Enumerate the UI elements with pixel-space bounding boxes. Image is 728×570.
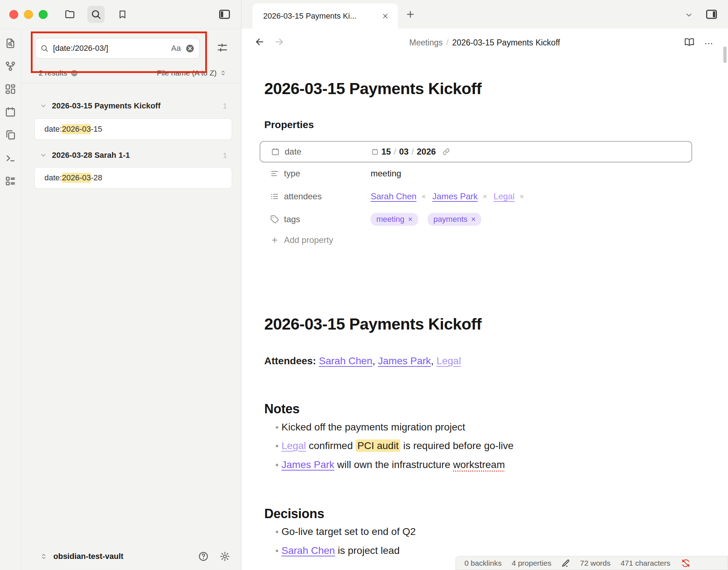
help-icon[interactable] — [198, 551, 209, 562]
bullet-dot — [276, 550, 278, 552]
search-icon[interactable] — [90, 9, 102, 20]
note-link-unresolved[interactable]: Legal — [281, 440, 306, 451]
terminal-icon[interactable] — [5, 152, 16, 164]
result-file-title[interactable]: 2026-03-15 Payments Kickoff — [52, 101, 160, 111]
date-month[interactable]: 03 — [399, 147, 409, 157]
attendee-link[interactable]: James Park — [378, 355, 431, 366]
attendee-link-unresolved[interactable]: Legal — [437, 355, 461, 366]
zoom-window-button[interactable] — [39, 10, 48, 19]
remove-attendee-icon[interactable]: × — [520, 192, 524, 201]
match-case-toggle[interactable]: Aa — [171, 44, 181, 53]
close-window-button[interactable] — [9, 10, 18, 19]
search-input[interactable]: [date:/2026-03/] Aa — [35, 38, 200, 59]
attendee-link[interactable]: Sarah Chen — [319, 355, 372, 366]
minimize-window-button[interactable] — [24, 10, 33, 19]
workspaces-layout-icon[interactable] — [5, 175, 16, 187]
graph-view-icon[interactable] — [5, 60, 16, 72]
breadcrumb-current[interactable]: 2026-03-15 Payments Kickoff — [452, 38, 560, 47]
tag-pill-label: payments — [433, 215, 467, 224]
bookmark-icon[interactable] — [117, 9, 128, 20]
canvas-icon[interactable] — [5, 83, 16, 95]
remove-tag-icon[interactable]: × — [408, 215, 413, 224]
results-ellipsis-badge-icon[interactable] — [71, 69, 78, 77]
attendees-label: Attendees: — [264, 355, 316, 366]
breadcrumb-parent[interactable]: Meetings — [409, 38, 443, 47]
property-label[interactable]: tags — [284, 214, 300, 224]
panel-left-toggle-icon[interactable] — [218, 8, 231, 21]
property-row-type[interactable]: type meeting — [260, 164, 692, 184]
tag-pill[interactable]: meeting× — [371, 213, 418, 226]
body-heading: 2026-03-15 Payments Kickoff — [264, 315, 482, 333]
match-text-highlight: 2026-03 — [62, 124, 91, 134]
tab-active[interactable]: 2026-03-15 Payments Ki... — [252, 4, 398, 29]
breadcrumb-separator: / — [443, 38, 452, 47]
search-settings-icon[interactable] — [216, 42, 228, 54]
date-year[interactable]: 2026 — [417, 147, 436, 157]
properties-heading[interactable]: Properties — [264, 119, 314, 131]
note-content: 2026-03-15 Payments Kickoff Properties d… — [241, 56, 728, 570]
settings-gear-icon[interactable] — [220, 551, 230, 562]
sidebar-main-divider[interactable] — [241, 0, 241, 570]
property-row-date[interactable]: date 15/03/2026 — [260, 141, 692, 162]
list-item: Kicked off the payments migration projec… — [276, 422, 465, 433]
more-options-icon[interactable] — [704, 39, 714, 49]
search-in-files-icon[interactable] — [5, 38, 16, 49]
tab-title[interactable]: 2026-03-15 Payments Ki... — [263, 11, 356, 21]
bullet-dot — [276, 445, 278, 447]
tab-list-chevron-icon[interactable] — [685, 11, 693, 19]
search-match-item[interactable]: date: 2026-03-28 — [34, 167, 232, 189]
word-count: 72 words — [580, 559, 611, 567]
attendee-link[interactable]: Sarah Chen — [371, 191, 416, 201]
edit-mode-pencil-icon[interactable] — [561, 559, 570, 567]
result-group-header[interactable]: 2026-03-15 Payments Kickoff 1 — [21, 97, 241, 115]
section-heading-notes: Notes — [264, 401, 300, 416]
result-group-header[interactable]: 2026-03-28 Sarah 1-1 1 — [21, 147, 241, 164]
property-row-attendees[interactable]: attendees Sarah Chen× James Park× Legal× — [260, 186, 692, 206]
result-match-count: 1 — [223, 151, 227, 160]
attendee-link-unresolved[interactable]: Legal — [493, 191, 515, 201]
property-row-tags[interactable]: tags meeting× payments× — [260, 209, 692, 229]
add-property-button[interactable]: Add property — [270, 235, 333, 245]
tag-pill[interactable]: payments× — [428, 213, 481, 226]
note-link[interactable]: Sarah Chen — [281, 545, 335, 556]
clear-search-icon[interactable] — [185, 44, 195, 53]
chevron-down-icon[interactable] — [40, 152, 47, 159]
daily-note-calendar-icon[interactable] — [5, 106, 16, 118]
search-query-text[interactable]: [date:/2026-03/] — [53, 44, 167, 53]
chevrons-up-down-icon — [40, 552, 48, 560]
bullet-text: Go-live target set to end of Q2 — [281, 526, 416, 537]
link-icon[interactable] — [442, 148, 450, 156]
folder-icon[interactable] — [64, 9, 76, 20]
search-match-item[interactable]: date: 2026-03-15 — [34, 118, 232, 140]
sync-error-icon[interactable] — [681, 559, 690, 568]
remove-attendee-icon[interactable]: × — [421, 192, 426, 201]
inline-title[interactable]: 2026-03-15 Payments Kickoff — [264, 79, 482, 98]
vault-name[interactable]: obsidian-test-vault — [53, 552, 124, 561]
date-separator: / — [394, 147, 396, 157]
results-count[interactable]: 2 results — [39, 69, 67, 77]
tab-close-icon[interactable] — [381, 12, 389, 20]
vault-switcher[interactable]: obsidian-test-vault — [21, 547, 241, 566]
result-file-title[interactable]: 2026-03-28 Sarah 1-1 — [52, 151, 130, 160]
date-value[interactable]: 15/03/2026 — [371, 147, 450, 157]
chevron-down-icon[interactable] — [40, 102, 47, 109]
note-link[interactable]: James Park — [281, 459, 334, 470]
property-label[interactable]: date — [285, 147, 302, 157]
chevrons-up-down-icon[interactable] — [220, 69, 227, 77]
attendee-link[interactable]: James Park — [432, 191, 478, 201]
sort-order-label[interactable]: File name (A to Z) — [157, 69, 217, 77]
reading-mode-book-icon[interactable] — [684, 36, 695, 47]
type-value[interactable]: meeting — [371, 169, 401, 179]
comma: , — [431, 355, 437, 366]
misspelled-word: workstream — [453, 459, 505, 470]
new-tab-icon[interactable] — [405, 9, 416, 20]
templates-copy-icon[interactable] — [5, 129, 16, 141]
remove-tag-icon[interactable]: × — [471, 215, 476, 224]
property-label[interactable]: type — [284, 169, 300, 179]
remove-attendee-icon[interactable]: × — [483, 192, 487, 201]
search-divider — [21, 83, 241, 83]
plus-icon — [270, 236, 279, 244]
date-day[interactable]: 15 — [381, 147, 391, 157]
property-label[interactable]: attendees — [284, 191, 322, 201]
panel-right-toggle-icon[interactable] — [705, 8, 718, 21]
